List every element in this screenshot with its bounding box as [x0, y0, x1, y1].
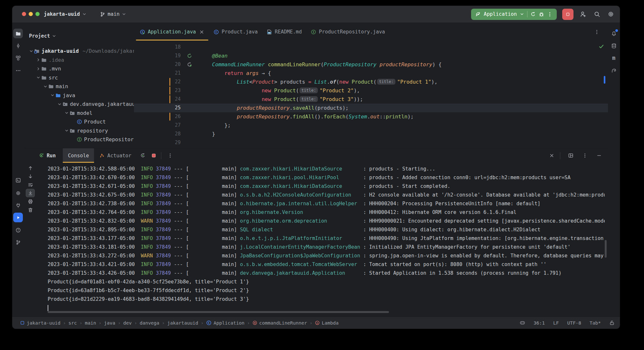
minimize-window-button[interactable] [29, 12, 33, 16]
breadcrumb-item-src[interactable]: src [69, 320, 77, 326]
tree-item-java[interactable]: java [24, 91, 134, 100]
soft-wrap-icon[interactable] [26, 180, 35, 189]
breadcrumb-item-main[interactable]: main [85, 320, 96, 326]
tree-item-ProductRepository[interactable]: IProductRepository [24, 135, 134, 144]
split-layout-icon[interactable] [566, 151, 575, 160]
unlock-icon[interactable] [609, 320, 615, 326]
breadcrumb-item-Application[interactable]: CApplication [206, 320, 244, 326]
bean-icon[interactable] [181, 51, 192, 60]
stripe-item-database[interactable] [609, 41, 619, 51]
stripe-item-services-gear[interactable] [13, 188, 23, 198]
add-user-button[interactable] [579, 10, 587, 18]
more-icon[interactable] [547, 12, 553, 17]
chevron-right-icon[interactable] [35, 58, 41, 62]
console-output[interactable]: 2023-01-28T15:33:42.588-05:00 INFO 37849… [48, 165, 605, 314]
settings-button[interactable] [607, 10, 615, 18]
tree-item-repository[interactable]: repository [24, 126, 134, 135]
stripe-item-project-folder[interactable] [13, 29, 23, 38]
console-vertical-scrollbar[interactable] [605, 240, 607, 258]
more-icon[interactable] [166, 151, 175, 160]
project-name: jakarta-uuid [44, 11, 80, 17]
stripe-item-notifications-bell[interactable] [609, 29, 619, 38]
project-widget[interactable]: jakarta-uuid [44, 6, 87, 23]
breadcrumb-item-Lambda[interactable]: λLambda [315, 320, 338, 326]
tab-Application.java[interactable]: CApplication.java [135, 23, 209, 41]
editor-scrollbar-marker[interactable] [604, 76, 605, 84]
minimize-icon[interactable] [594, 151, 603, 160]
breadcrumb-separator: › [118, 320, 121, 326]
scroll-to-end-icon[interactable] [26, 189, 35, 197]
tab-options-icon[interactable] [594, 29, 600, 35]
rerun-button[interactable] [138, 151, 147, 160]
clear-trash-icon[interactable] [26, 206, 35, 214]
breadcrumb-item-danvega[interactable]: danvega [140, 320, 159, 326]
file-encoding[interactable]: UTF-8 [567, 320, 581, 326]
tab-ProductRepository.java[interactable]: IProductRepository.java [306, 23, 389, 41]
tab-README.md[interactable]: MDREADME.md [262, 23, 306, 41]
stop-button[interactable] [562, 9, 573, 20]
stripe-item-structure[interactable] [13, 53, 23, 63]
branch-widget[interactable]: main [100, 6, 126, 23]
chevron-down-icon[interactable] [42, 84, 48, 89]
vcs-change-marker [169, 113, 170, 121]
close-window-button[interactable] [22, 12, 26, 16]
tree-item-model[interactable]: model [24, 109, 134, 118]
editor-area[interactable]: CApplication.javaCProduct.javaMDREADME.m… [134, 23, 608, 148]
inspections-ok-icon[interactable] [599, 44, 604, 49]
tab-actuator[interactable]: Actuator [94, 148, 137, 163]
breadcrumb-item-jakartauuid[interactable]: jakartauuid [167, 320, 198, 326]
stripe-item-more[interactable] [13, 66, 23, 75]
project-panel-header[interactable]: Project [29, 32, 56, 41]
zoom-window-button[interactable] [35, 12, 40, 16]
print-icon[interactable] [26, 197, 35, 206]
close-icon[interactable] [199, 29, 204, 35]
rerun-icon[interactable] [530, 12, 536, 17]
stripe-item-endpoints-plug[interactable] [13, 200, 23, 210]
tab-console[interactable]: Console [63, 148, 94, 163]
tree-item-dev.danvega.jakartauuid[interactable]: dev.danvega.jakartauuid [24, 100, 134, 109]
code-editor[interactable]: 1819 @Bean20 CommandLineRunner commandLi… [134, 41, 608, 148]
chevron-down-icon[interactable] [35, 75, 41, 80]
close-icon[interactable] [547, 151, 556, 160]
stop-button-console[interactable] [149, 151, 158, 160]
chevron-down-icon[interactable] [28, 49, 34, 53]
breadcrumb-item-commandLineRunner[interactable]: mcommandLineRunner [252, 320, 307, 326]
debug-icon[interactable] [539, 12, 544, 17]
tree-item-.mvn[interactable]: .mvn [24, 64, 134, 73]
stripe-item-version-control-branch[interactable] [13, 237, 23, 247]
tree-item-jakarta-uuid[interactable]: jakarta-uuid~/Downloads/jakarta-uui [24, 47, 134, 56]
stripe-item-maven-m[interactable]: m [609, 53, 619, 63]
breadcrumb-item-dev[interactable]: dev [123, 320, 132, 326]
tree-item-src[interactable]: src [24, 73, 134, 82]
tree-item-.idea[interactable]: .idea [24, 56, 134, 65]
stripe-item-terminal[interactable] [13, 175, 23, 185]
bean-run-icon[interactable] [181, 60, 192, 69]
line-ending[interactable]: LF [553, 320, 559, 326]
chevron-right-icon[interactable] [35, 67, 41, 71]
breadcrumb-item-java[interactable]: java [104, 320, 115, 326]
stripe-item-problems[interactable] [13, 225, 23, 235]
chevron-down-icon[interactable] [56, 102, 62, 106]
copilot-icon[interactable] [520, 320, 525, 326]
search-button[interactable] [593, 10, 601, 18]
more-icon[interactable] [580, 151, 589, 160]
console-horizontal-scrollbar[interactable] [48, 311, 389, 313]
chevron-down-icon[interactable] [49, 93, 55, 97]
console-output-line: Product{id=821d2229-ea19-4683-bad8-84382… [48, 295, 605, 304]
stripe-item-gradle-elephant[interactable] [609, 66, 619, 75]
chevron-down-icon[interactable] [63, 128, 70, 133]
indent-style[interactable]: Tab* [590, 320, 601, 326]
caret-position[interactable]: 36:1 [534, 320, 545, 326]
arrow-up-icon[interactable] [26, 164, 35, 172]
tree-item-main[interactable]: main [24, 82, 134, 91]
line-number: 21 [134, 69, 181, 78]
tab-Product.java[interactable]: CProduct.java [209, 23, 262, 41]
stripe-item-run-play[interactable] [13, 213, 23, 222]
chevron-down-icon[interactable] [63, 111, 70, 115]
run-label-text: Run [47, 153, 56, 159]
breadcrumb-item-jakarta-uuid[interactable]: jakarta-uuid [20, 320, 61, 326]
arrow-down-icon[interactable] [26, 172, 35, 180]
stripe-item-commit[interactable] [13, 41, 23, 51]
tree-item-Product[interactable]: CProduct [24, 117, 134, 126]
run-configuration-widget[interactable]: Application [471, 9, 557, 20]
